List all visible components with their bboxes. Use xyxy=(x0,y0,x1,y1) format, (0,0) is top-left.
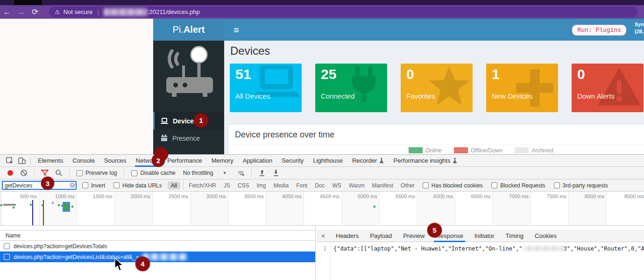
filter-type-other[interactable]: Other xyxy=(398,181,417,190)
card-favorites[interactable]: 0 Favorites xyxy=(401,64,473,112)
response-tab-payload[interactable]: Payload xyxy=(364,230,397,242)
checkbox[interactable] xyxy=(4,254,10,260)
close-icon[interactable]: × xyxy=(316,232,330,240)
response-tab-initiator[interactable]: Initiator xyxy=(469,230,500,242)
blocked-requests-checkbox[interactable]: Blocked Requests xyxy=(488,182,548,189)
domcontentloaded-marker xyxy=(32,200,33,225)
card-new-devices[interactable]: 1 New Devices xyxy=(486,64,558,112)
devtools-tab-elements[interactable]: Elements xyxy=(33,155,68,167)
sidebar-item-presence[interactable]: Presence xyxy=(153,129,224,147)
experiment-flask-icon xyxy=(453,158,457,164)
devtools-tab-console[interactable]: Console xyxy=(68,155,99,167)
plus-icon xyxy=(512,65,557,110)
checkbox[interactable] xyxy=(4,243,10,249)
devtools-tab-application[interactable]: Application xyxy=(238,155,277,167)
not-secure-label: Not secure xyxy=(64,8,93,15)
request-row-devices-list[interactable]: devices.php?action=getDevicesList&status… xyxy=(0,251,315,262)
network-conditions-icon[interactable] xyxy=(237,169,245,177)
checkbox[interactable] xyxy=(554,182,560,188)
filter-type-ws[interactable]: WS xyxy=(330,181,344,190)
annotation-badge-4: 4 xyxy=(135,257,150,271)
filter-icon[interactable] xyxy=(41,169,49,177)
disable-cache-checkbox[interactable]: Disable cache xyxy=(128,170,178,176)
network-toolbar: Preserve log Disable cache No throttling… xyxy=(0,167,644,179)
annotation-badge-3: 3 xyxy=(41,177,54,190)
devtools-tab-performance-insights[interactable]: Performance insights xyxy=(389,155,462,167)
selected-request-marker xyxy=(63,202,70,212)
record-icon[interactable] xyxy=(7,170,13,176)
card-down-alerts[interactable]: 0 Down Alerts xyxy=(572,64,644,112)
back-button[interactable]: ← xyxy=(0,8,14,16)
filter-type-js[interactable]: JS xyxy=(221,181,233,190)
devtools-tab-security[interactable]: Security xyxy=(277,155,308,167)
clear-icon[interactable] xyxy=(20,169,28,177)
response-panel: × Headers Payload Preview Response Initi… xyxy=(316,226,644,280)
network-overview-timeline[interactable]: 500 ms 1000 ms 1500 ms 2000 ms 2500 ms 3… xyxy=(0,192,644,226)
filter-input[interactable] xyxy=(2,181,77,190)
presence-panel: Device presence over time Online Offline… xyxy=(229,124,644,154)
devtools-tab-lighthouse[interactable]: Lighthouse xyxy=(308,155,347,167)
filter-type-fetch-xhr[interactable]: Fetch/XHR xyxy=(186,181,219,190)
request-row-totals[interactable]: devices.php?action=getDevicesTotals xyxy=(0,241,315,251)
browser-tab[interactable] xyxy=(14,0,42,5)
checkbox[interactable] xyxy=(82,182,88,188)
preserve-log-checkbox[interactable]: Preserve log xyxy=(74,170,120,176)
waterfall-dot xyxy=(374,206,375,208)
invert-checkbox[interactable]: Invert xyxy=(79,182,108,189)
import-har-icon[interactable] xyxy=(258,169,266,177)
legend-archived[interactable]: Archived xyxy=(515,147,553,154)
address-bar[interactable]: ⚠ Not secure | :20211/devices.php xyxy=(49,7,637,17)
hide-data-urls-checkbox[interactable]: Hide data URLs xyxy=(111,182,165,189)
devtools-panel: Elements Console Sources Network Perform… xyxy=(0,154,644,280)
response-tab-preview[interactable]: Preview xyxy=(397,230,430,242)
card-all-devices[interactable]: 51 All Devices xyxy=(230,64,302,112)
sidebar-toggle-icon[interactable]: ≡ xyxy=(231,25,242,36)
inspect-element-icon[interactable] xyxy=(6,157,14,165)
router-illustration xyxy=(158,44,219,105)
card-connected[interactable]: 25 Connected xyxy=(315,64,387,112)
navbar-user-label: Syn (28, xyxy=(635,21,644,35)
checkbox[interactable] xyxy=(77,170,83,176)
response-tab-timing[interactable]: Timing xyxy=(500,230,530,242)
devtools-tab-sources[interactable]: Sources xyxy=(99,155,131,167)
third-party-requests-checkbox[interactable]: 3rd-party requests xyxy=(551,182,611,189)
request-name-header[interactable]: Name xyxy=(0,230,315,241)
clear-filter-icon[interactable]: × xyxy=(70,182,75,188)
legend-offline[interactable]: Offline/Down xyxy=(454,147,502,154)
chevron-down-icon[interactable]: ▼ xyxy=(222,171,226,175)
network-detail-area: Name devices.php?action=getDevicesTotals… xyxy=(0,226,644,280)
response-tab-cookies[interactable]: Cookies xyxy=(529,230,562,242)
filter-type-all[interactable]: All xyxy=(168,181,180,190)
search-icon[interactable] xyxy=(55,169,63,177)
run-plugins-button[interactable]: Run: Plugins xyxy=(572,25,626,36)
card-label: All Devices xyxy=(235,92,270,100)
device-toolbar-icon[interactable] xyxy=(18,157,26,165)
filter-type-wasm[interactable]: Wasm xyxy=(347,181,367,190)
annotation-badge-5: 5 xyxy=(427,223,442,237)
response-tab-headers[interactable]: Headers xyxy=(330,230,364,242)
export-har-icon[interactable] xyxy=(272,169,280,177)
response-body[interactable]: 1 {"data":[["laptop","Net - Huawei","Int… xyxy=(316,242,644,280)
forward-button[interactable]: → xyxy=(14,8,28,16)
legend-online[interactable]: Online xyxy=(409,147,442,154)
throttling-select[interactable]: No throttling xyxy=(180,170,216,176)
devtools-tab-performance[interactable]: Performance xyxy=(163,155,206,167)
checkbox[interactable] xyxy=(423,182,429,188)
has-blocked-cookies-checkbox[interactable]: Has blocked cookies xyxy=(420,182,486,189)
app-logo[interactable]: Pi.Alert xyxy=(153,19,224,41)
devtools-tab-memory[interactable]: Memory xyxy=(207,155,238,167)
filter-type-manifest[interactable]: Manifest xyxy=(369,181,395,190)
checkbox[interactable] xyxy=(491,182,497,188)
sidebar-item-devices[interactable]: Devices xyxy=(153,112,224,129)
filter-type-media[interactable]: Media xyxy=(271,181,291,190)
reload-button[interactable]: ⟳ xyxy=(28,8,42,16)
devtools-tab-recorder[interactable]: Recorder xyxy=(347,155,389,167)
filter-type-css[interactable]: CSS xyxy=(235,181,252,190)
checkbox[interactable] xyxy=(113,182,120,188)
filter-type-doc[interactable]: Doc xyxy=(312,181,327,190)
waterfall-dot xyxy=(0,204,2,206)
filter-type-img[interactable]: Img xyxy=(254,181,268,190)
filter-type-font[interactable]: Font xyxy=(294,181,310,190)
checkbox[interactable] xyxy=(131,170,137,176)
filter-input-wrap: × xyxy=(2,181,77,190)
